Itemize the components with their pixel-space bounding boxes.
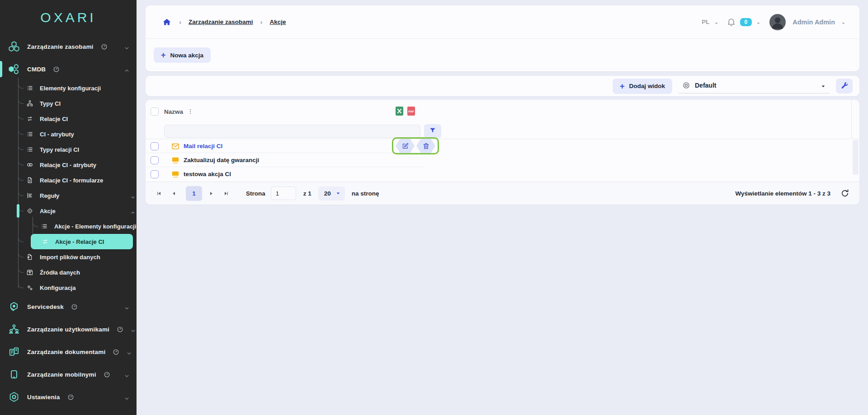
hierarchy-icon <box>26 100 33 107</box>
home-icon[interactable] <box>162 17 172 27</box>
export-pdf-icon[interactable] <box>407 106 415 118</box>
sidebar-item-label: Elementy konfiguracji <box>40 85 101 92</box>
sidebar-item-typy-ci[interactable]: Typy CI <box>0 96 137 111</box>
gauge-icon <box>117 326 123 333</box>
row-name[interactable]: testowa akcja CI <box>184 171 231 177</box>
gauge-icon <box>113 349 119 355</box>
breadcrumb-link-zarzadzanie-zasobami[interactable]: Zarządzanie zasobami <box>189 19 253 25</box>
sidebar-item-zrodla-danych[interactable]: Źródła danych <box>0 265 137 280</box>
sidebar-item-relacje-ci[interactable]: Relacje CI <box>0 111 137 126</box>
sidebar-item-typy-relacji-ci[interactable]: Typy relacji CI <box>0 142 137 157</box>
page-label: Strona <box>246 190 265 197</box>
sidebar-item-relacje-ci-atrybuty[interactable]: Relacje CI - atrybuty <box>0 157 137 173</box>
sidebar-item-label: Akcje - Relacje CI <box>55 238 104 245</box>
link-icon <box>26 161 33 168</box>
caret-down-icon[interactable] <box>714 19 719 24</box>
add-view-button[interactable]: + Dodaj widok <box>613 79 672 94</box>
last-page-icon[interactable] <box>220 187 232 199</box>
row-checkbox[interactable] <box>151 170 159 178</box>
caret-down-icon[interactable] <box>841 19 846 24</box>
active-subsection-accent <box>17 204 19 218</box>
export-excel-icon[interactable] <box>395 106 404 118</box>
sidebar-item-elementy-konfiguracji[interactable]: Elementy konfiguracji <box>0 80 137 96</box>
language-selector[interactable]: PL <box>702 19 709 25</box>
chevron-up-icon <box>131 209 136 214</box>
select-all-checkbox[interactable] <box>151 107 159 116</box>
gears-icon <box>26 284 33 291</box>
sidebar-item-zarzadzanie-mobilnymi[interactable]: Zarządzanie mobilnymi <box>0 363 137 386</box>
sidebar-item-label: Akcje - Elementy konfiguracji <box>54 223 136 230</box>
page-size-value: 20 <box>324 190 331 197</box>
akcje-submenu: Akcje - Elementy konfiguracji Akcje - Re… <box>0 219 137 249</box>
table-row[interactable]: Mail relacji CI <box>146 139 859 153</box>
per-page-label: na stronę <box>352 190 379 197</box>
sidebar-item-akcje[interactable]: Akcje <box>0 203 137 219</box>
settings-icon <box>8 391 20 403</box>
sidebar-item-label: Typy CI <box>40 100 61 107</box>
first-page-icon[interactable] <box>153 187 165 199</box>
row-name-link[interactable]: Mail relacji CI <box>184 143 222 149</box>
swap-icon <box>26 115 33 122</box>
sidebar-item-label: Relacje CI - formularze <box>40 177 103 184</box>
plus-icon: + <box>620 82 625 90</box>
sidebar-item-label: Relacje CI - atrybuty <box>40 162 96 168</box>
page-number-input[interactable] <box>271 187 296 200</box>
sidebar-item-label: Źródła danych <box>40 269 80 276</box>
sidebar-item-ustawienia[interactable]: Ustawienia <box>0 386 137 408</box>
page-size-select[interactable]: 20 <box>318 187 345 201</box>
sidebar-item-akcje-relacje-ci-active[interactable]: Akcje - Relacje CI <box>31 234 133 249</box>
sidebar-item-reguly[interactable]: Reguły <box>0 188 137 203</box>
notifications-bell-icon[interactable] <box>726 17 736 27</box>
main-content: › Zarządzanie zasobami › Akcje PL 0 Admi… <box>137 0 868 415</box>
row-checkbox[interactable] <box>151 156 159 164</box>
mail-icon <box>171 142 180 150</box>
sidebar-item-import-plikow-danych[interactable]: Import plików danych <box>0 249 137 265</box>
breadcrumb-separator-icon: › <box>179 18 181 26</box>
sidebar-item-cmdb[interactable]: CMDB <box>0 58 137 80</box>
table-row[interactable]: Zaktualizuj datę gwarancji <box>146 153 859 167</box>
grid-filter-row <box>146 123 859 139</box>
sidebar-item-servicedesk[interactable]: Servicedesk <box>0 295 137 318</box>
list-icon <box>41 223 48 230</box>
breadcrumb-link-akcje[interactable]: Akcje <box>270 19 286 25</box>
sidebar-item-zarzadzanie-dokumentami[interactable]: Zarządzanie dokumentami <box>0 340 137 363</box>
sidebar-item-akcje-elementy-konfiguracji[interactable]: Akcje - Elementy konfiguracji <box>0 219 137 234</box>
export-buttons <box>395 106 415 118</box>
sidebar-item-zarzadzanie-uzytkownikami[interactable]: Zarządzanie użytkownikami <box>0 318 137 340</box>
sidebar-item-relacje-ci-formularze[interactable]: Relacje CI - formularze <box>0 173 137 188</box>
name-filter-input[interactable] <box>164 125 420 138</box>
breadcrumb-separator-icon: › <box>260 18 263 26</box>
view-select-dropdown[interactable]: Default <box>679 79 830 93</box>
chevron-down-icon <box>124 395 129 400</box>
delete-row-button[interactable] <box>416 139 435 153</box>
caret-down-icon[interactable] <box>756 19 761 24</box>
row-name[interactable]: Zaktualizuj datę gwarancji <box>184 157 259 163</box>
sidebar-item-ci-atrybuty[interactable]: CI - atrybuty <box>0 126 137 142</box>
chevron-down-icon <box>131 193 136 198</box>
chevron-down-icon <box>131 327 136 332</box>
column-header-nazwa: Nazwa <box>164 108 183 115</box>
sidebar-item-label: Import plików danych <box>40 254 100 261</box>
user-avatar[interactable] <box>769 14 786 30</box>
sidebar-item-label: CI - atrybuty <box>40 131 74 138</box>
next-page-icon[interactable] <box>205 187 217 199</box>
sidebar-item-konfiguracja[interactable]: Konfiguracja <box>0 280 137 295</box>
app-window: OXARI Zarządzanie zasobami CMDB Elementy… <box>0 0 868 415</box>
sidebar-item-label: Relacje CI <box>40 116 68 122</box>
notification-count-badge[interactable]: 0 <box>740 18 752 26</box>
table-row[interactable]: testowa akcja CI <box>146 167 859 181</box>
sidebar-item-label: Zarządzanie użytkownikami <box>27 326 109 333</box>
sidebar-item-zarzadzanie-zasobami[interactable]: Zarządzanie zasobami <box>0 35 137 58</box>
refresh-icon[interactable] <box>840 189 849 198</box>
pagination-summary-wrap: Wyświetlanie elementów 1 - 3 z 3 <box>735 189 849 198</box>
page-number-button[interactable]: 1 <box>186 186 202 201</box>
view-icon <box>682 81 690 89</box>
edit-row-button[interactable] <box>396 139 415 153</box>
filter-button[interactable] <box>424 124 441 138</box>
row-checkbox[interactable] <box>151 142 159 150</box>
previous-page-icon[interactable] <box>168 187 179 199</box>
new-action-button[interactable]: + Nowa akcja <box>154 47 211 63</box>
grid-pagination: 1 Strona z 1 20 na stronę Wyświetlanie e… <box>146 182 859 205</box>
grid-settings-button[interactable] <box>836 79 853 93</box>
column-menu-icon[interactable] <box>187 108 193 115</box>
